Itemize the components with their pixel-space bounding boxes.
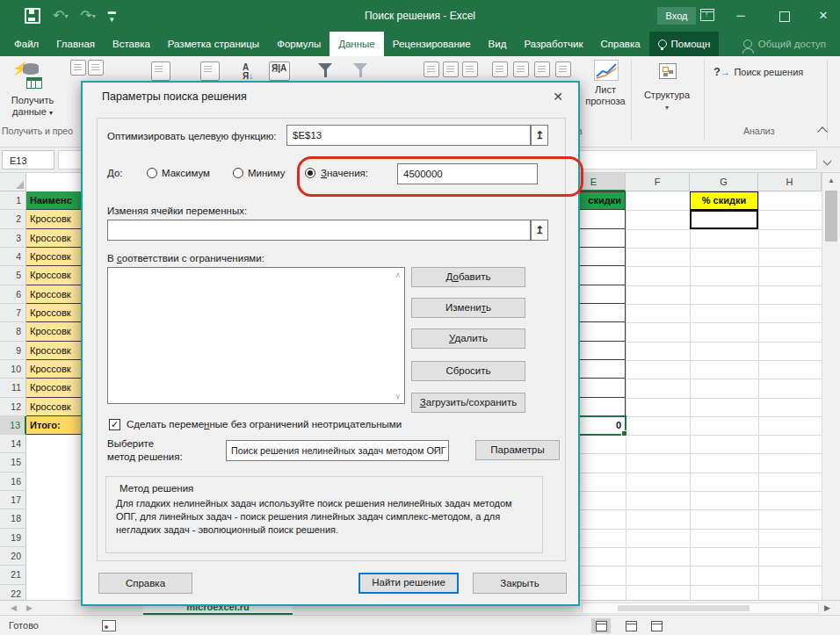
page-layout-view-icon[interactable]: [621, 618, 641, 633]
row-header-19[interactable]: 19: [0, 529, 26, 547]
customize-qat-icon[interactable]: ▬▾: [108, 8, 116, 24]
options-button[interactable]: Параметры: [475, 440, 560, 460]
advanced-filter-icon[interactable]: [443, 61, 459, 77]
cell-g1[interactable]: % скидки: [690, 191, 758, 210]
solve-button[interactable]: Найти решение: [358, 573, 459, 594]
select-all-corner[interactable]: [0, 173, 26, 191]
col-header-F[interactable]: F: [626, 173, 690, 191]
non-negative-checkbox[interactable]: ✓: [109, 419, 120, 430]
tab-Помощн[interactable]: Помощн: [649, 32, 720, 56]
row-header-20[interactable]: 20: [0, 547, 26, 566]
row-header-11[interactable]: 11: [0, 379, 26, 397]
scroll-up-icon[interactable]: ▲: [822, 177, 840, 184]
maximize-button[interactable]: [771, 0, 798, 32]
load-save-button[interactable]: Загрузить/сохранить: [411, 393, 525, 413]
target-value-input[interactable]: 4500000: [397, 163, 538, 184]
tab-Рецензирование[interactable]: Рецензирование: [384, 32, 480, 56]
remove-duplicates-icon[interactable]: [513, 61, 529, 77]
structure-button[interactable]: Структура ▾: [638, 58, 696, 139]
consolidate-icon[interactable]: [555, 61, 571, 77]
queries-connections-icon[interactable]: [151, 61, 170, 81]
row-header-15[interactable]: 15: [0, 453, 26, 472]
variable-range-select-icon[interactable]: ↥: [531, 220, 548, 241]
row-header-6[interactable]: 6: [0, 285, 26, 304]
listbox-scroll-down-icon[interactable]: ∨: [395, 392, 401, 400]
clear-filter-icon[interactable]: [353, 63, 367, 71]
minimize-button[interactable]: ─: [728, 0, 754, 32]
row-header-8[interactable]: 8: [0, 322, 26, 341]
tab-Файл[interactable]: Файл: [5, 32, 47, 56]
close-window-button[interactable]: ✕: [810, 0, 836, 32]
tab-Разметка страницы[interactable]: Разметка страницы: [159, 32, 268, 56]
row-header-9[interactable]: 9: [0, 342, 26, 360]
change-constraint-button[interactable]: Изменить: [411, 298, 525, 318]
reset-all-button[interactable]: Сбросить: [411, 361, 525, 381]
prev-sheet-icon[interactable]: ◀: [11, 603, 17, 612]
row-header-5[interactable]: 5: [0, 266, 26, 285]
horizontal-scroll-thumb[interactable]: [618, 605, 749, 611]
row-header-3[interactable]: 3: [0, 229, 26, 248]
macro-record-icon[interactable]: [102, 620, 116, 631]
tab-Справка[interactable]: Справка: [591, 32, 648, 56]
row-header-7[interactable]: 7: [0, 304, 26, 322]
add-constraint-button[interactable]: Добавить: [411, 267, 525, 287]
copy-icon[interactable]: [70, 60, 86, 76]
objective-input[interactable]: $E$13: [286, 125, 531, 146]
sign-in-button[interactable]: Вход: [657, 7, 696, 25]
variable-cells-input[interactable]: [107, 220, 531, 241]
close-dialog-button[interactable]: Закрыть: [473, 573, 567, 594]
radio-min[interactable]: [233, 168, 243, 178]
radio-value-label[interactable]: Значения:: [321, 168, 368, 178]
name-box[interactable]: E13: [2, 150, 54, 170]
collapse-ribbon-icon[interactable]: [817, 126, 827, 136]
row-header-21[interactable]: 21: [0, 566, 26, 584]
flash-fill-icon[interactable]: [492, 61, 508, 77]
dialog-close-icon[interactable]: ✕: [547, 88, 569, 105]
row-header-18[interactable]: 18: [0, 509, 26, 528]
row-header-17[interactable]: 17: [0, 491, 26, 509]
vertical-scrollbar[interactable]: ▲: [822, 173, 840, 600]
radio-min-label[interactable]: Миниму: [248, 168, 286, 178]
formula-bar-expand-icon[interactable]: [823, 157, 832, 166]
sort-ascending-icon[interactable]: АЯ↓: [243, 63, 253, 81]
vertical-scroll-thumb[interactable]: [825, 191, 837, 242]
radio-value[interactable]: [305, 168, 315, 178]
redo-icon[interactable]: ↷▾: [80, 9, 95, 24]
listbox-scroll-up-icon[interactable]: ∧: [395, 271, 401, 279]
ribbon-display-options-icon[interactable]: [700, 9, 714, 21]
tab-Вид[interactable]: Вид: [480, 32, 516, 56]
row-header-12[interactable]: 12: [0, 398, 26, 416]
col-header-H[interactable]: H: [758, 173, 822, 191]
col-header-G[interactable]: G: [690, 173, 758, 191]
undo-icon[interactable]: ↶▾: [53, 9, 68, 24]
reapply-icon[interactable]: [424, 61, 439, 77]
row-header-16[interactable]: 16: [0, 473, 26, 491]
what-if-analysis-icon[interactable]: [534, 61, 550, 77]
scroll-right-icon[interactable]: ▶: [824, 603, 830, 612]
method-dropdown[interactable]: Поиск решения нелинейных задач методом О…: [226, 440, 449, 461]
row-header-14[interactable]: 14: [0, 435, 26, 453]
tab-Вставка[interactable]: Вставка: [104, 32, 159, 56]
save-icon[interactable]: [25, 8, 40, 24]
row-header-22[interactable]: 22: [0, 585, 26, 600]
tab-Главная[interactable]: Главная: [47, 32, 104, 56]
forecast-sheet-button[interactable]: Лист прогноза: [580, 58, 631, 139]
filter-icon[interactable]: [318, 63, 332, 71]
tab-Данные[interactable]: Данные: [329, 32, 384, 56]
row-header-1[interactable]: 1: [0, 191, 26, 210]
tab-Формулы[interactable]: Формулы: [268, 32, 329, 56]
cell-g2[interactable]: [690, 210, 758, 229]
delete-constraint-button[interactable]: Удалить: [411, 328, 525, 349]
radio-max[interactable]: [147, 168, 157, 178]
solver-button[interactable]: ?→ Поиск решения: [713, 63, 803, 79]
next-sheet-icon[interactable]: ▶: [26, 603, 33, 612]
tab-Разработчик[interactable]: Разработчик: [515, 32, 591, 56]
normal-view-icon[interactable]: [591, 618, 611, 633]
row-header-13[interactable]: 13: [0, 416, 26, 435]
horizontal-scrollbar[interactable]: [582, 603, 819, 614]
tab-Общий доступ[interactable]: Общий доступ: [735, 32, 835, 56]
recent-sources-icon[interactable]: [88, 60, 104, 76]
objective-range-select-icon[interactable]: ↥: [531, 125, 548, 146]
help-button[interactable]: Справка: [98, 573, 192, 594]
radio-max-label[interactable]: Максимум: [162, 168, 210, 178]
